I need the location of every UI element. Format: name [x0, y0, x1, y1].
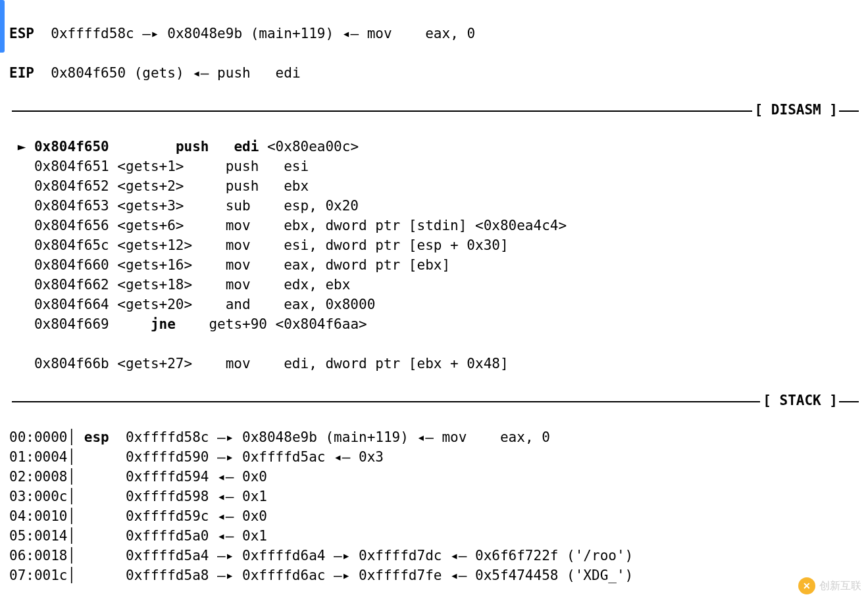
section-divider-disasm: [ DISASM ] [9, 100, 859, 120]
disasm-line: 0x804f651 <gets+1> push esi [9, 156, 859, 176]
disasm-line: 0x804f669 jne gets+90 <0x804f6aa> [9, 314, 859, 334]
disasm-line: 0x804f66b <gets+27> mov edi, dword ptr [… [9, 354, 859, 373]
stack-line: 05:0014│ 0xffffd5a0 ◂— 0x1 [9, 526, 859, 546]
disasm-line: 0x804f660 <gets+16> mov eax, dword ptr [… [9, 255, 859, 275]
terminal-output: ESP 0xffffd58c —▸ 0x8048e9b (main+119) ◂… [0, 0, 868, 601]
watermark-text: 创新互联 [819, 576, 861, 596]
disasm-line: 0x804f652 <gets+2> push ebx [9, 176, 859, 196]
disasm-line: 0x804f653 <gets+3> sub esp, 0x20 [9, 196, 859, 216]
disasm-line: 0x804f662 <gets+18> mov edx, ebx [9, 275, 859, 295]
section-divider-stack: [ STACK ] [9, 391, 859, 410]
register-esp-line: ESP 0xffffd58c —▸ 0x8048e9b (main+119) ◂… [9, 24, 859, 43]
disasm-line: 0x804f65c <gets+12> mov esi, dword ptr [… [9, 235, 859, 255]
disasm-line: 0x804f656 <gets+6> mov ebx, dword ptr [s… [9, 216, 859, 235]
stack-line: 06:0018│ 0xffffd5a4 —▸ 0xffffd6a4 —▸ 0xf… [9, 546, 859, 565]
stack-block: 00:0000│ esp 0xffffd58c —▸ 0x8048e9b (ma… [9, 427, 859, 585]
stack-line: 04:0010│ 0xffffd59c ◂— 0x0 [9, 506, 859, 526]
disasm-line: ► 0x804f650 push edi <0x80ea00c> [9, 137, 859, 156]
stack-line: 02:0008│ 0xffffd594 ◂— 0x0 [9, 467, 859, 487]
watermark: ✕ 创新互联 [798, 576, 861, 596]
disasm-line: 0x804f664 <gets+20> and eax, 0x8000 [9, 295, 859, 314]
register-eip-line: EIP 0x804f650 (gets) ◂— push edi [9, 63, 859, 83]
stack-line: 03:000c│ 0xffffd598 ◂— 0x1 [9, 487, 859, 506]
stack-line: 00:0000│ esp 0xffffd58c —▸ 0x8048e9b (ma… [9, 427, 859, 447]
stack-line: 01:0004│ 0xffffd590 —▸ 0xffffd5ac ◂— 0x3 [9, 447, 859, 467]
disasm-block: ► 0x804f650 push edi <0x80ea00c> 0x804f6… [9, 137, 859, 373]
scrollbar-left[interactable] [0, 0, 5, 53]
stack-line: 07:001c│ 0xffffd5a8 —▸ 0xffffd6ac —▸ 0xf… [9, 565, 859, 585]
watermark-icon: ✕ [798, 577, 815, 594]
